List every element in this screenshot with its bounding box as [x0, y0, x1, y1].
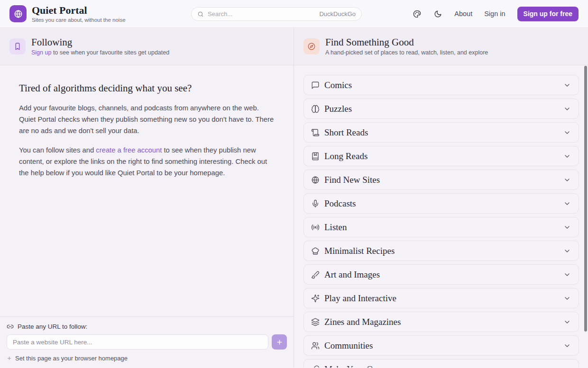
- palette-icon: [413, 9, 422, 18]
- chevron-down-icon: [563, 318, 571, 326]
- chevron-down-icon: [563, 271, 571, 278]
- bookmark-icon: [13, 42, 22, 51]
- plus-icon: [7, 356, 12, 361]
- paintbrush-icon: [311, 270, 320, 279]
- top-nav: About Sign in Sign up for free: [413, 7, 579, 21]
- category-make-your-own[interactable]: Make Your Own: [303, 359, 579, 368]
- category-play-and-interactive[interactable]: Play and Interactive: [303, 288, 579, 308]
- chevron-down-icon: [563, 200, 571, 207]
- chevron-down-icon: [563, 247, 571, 255]
- vertical-scrollbar[interactable]: [584, 66, 587, 332]
- category-minimalist-recipes[interactable]: Minimalist Recipes: [303, 241, 579, 261]
- app-identity: Quiet Portal Sites you care about, witho…: [32, 5, 126, 22]
- search-engine-label: DuckDuckGo: [319, 10, 356, 18]
- chevron-down-icon: [563, 105, 571, 113]
- chevron-down-icon: [563, 81, 571, 89]
- chevron-down-icon: [563, 153, 571, 160]
- app-logo[interactable]: [9, 5, 27, 22]
- following-title: Following: [31, 37, 169, 48]
- sign-up-button[interactable]: Sign up for free: [517, 7, 579, 21]
- following-icon-badge: [9, 38, 26, 54]
- create-account-link[interactable]: create a free account: [96, 146, 162, 154]
- category-long-reads[interactable]: Long Reads: [303, 146, 579, 166]
- intro-paragraph-2: You can follow sites and create a free a…: [19, 145, 276, 179]
- users-icon: [311, 341, 320, 350]
- app-title: Quiet Portal: [32, 5, 126, 16]
- sign-in-link[interactable]: Sign in: [484, 10, 505, 18]
- chevron-down-icon: [563, 224, 571, 231]
- feather-icon: [311, 365, 320, 368]
- chevron-down-icon: [563, 342, 571, 350]
- top-header: Quiet Portal Sites you care about, witho…: [0, 0, 588, 28]
- layers-icon: [311, 318, 320, 326]
- plus-icon: [276, 339, 283, 346]
- following-panel-header: Following Sign up to see when your favou…: [0, 28, 294, 65]
- main-content: Tired of algorithms deciding what you se…: [0, 65, 588, 368]
- globe-icon: [14, 9, 23, 18]
- explore-panel-header: Find Something Good A hand-picked set of…: [294, 28, 588, 65]
- chevron-down-icon: [563, 129, 571, 136]
- following-panel-body: Tired of algorithms deciding what you se…: [0, 65, 294, 368]
- category-find-new-sites[interactable]: Find New Sites: [303, 170, 579, 190]
- category-comics[interactable]: Comics: [303, 75, 579, 95]
- dark-mode-button[interactable]: [433, 9, 442, 18]
- paste-url-section: Paste any URL to follow: Set this page a…: [0, 316, 294, 368]
- category-listen[interactable]: Listen: [303, 217, 579, 237]
- moon-icon: [433, 9, 442, 18]
- category-art-and-images[interactable]: Art and Images: [303, 264, 579, 285]
- chevron-down-icon: [563, 366, 571, 368]
- microphone-icon: [311, 199, 320, 208]
- chevron-down-icon: [563, 176, 571, 184]
- explore-subtitle: A hand-picked set of places to read, wat…: [325, 49, 488, 56]
- brain-icon: [311, 105, 320, 113]
- url-input[interactable]: [7, 334, 268, 350]
- category-zines-and-magazines[interactable]: Zines and Magazines: [303, 312, 579, 332]
- sign-up-inline-link[interactable]: Sign up: [31, 49, 51, 56]
- about-link[interactable]: About: [454, 10, 472, 18]
- chef-hat-icon: [311, 247, 320, 255]
- chevron-down-icon: [563, 295, 571, 302]
- radio-icon: [311, 223, 320, 232]
- category-podcasts[interactable]: Podcasts: [303, 193, 579, 214]
- book-icon: [311, 152, 320, 161]
- explore-icon-badge: [303, 38, 320, 54]
- compass-icon: [307, 42, 316, 51]
- paste-url-label: Paste any URL to follow:: [18, 323, 87, 330]
- panel-headers: Following Sign up to see when your favou…: [0, 28, 588, 65]
- category-puzzles[interactable]: Puzzles: [303, 99, 579, 119]
- following-subtitle: Sign up to see when your favourite sites…: [31, 49, 169, 56]
- theme-palette-button[interactable]: [413, 9, 422, 18]
- intro-heading: Tired of algorithms deciding what you se…: [19, 82, 276, 94]
- search-bar[interactable]: DuckDuckGo: [191, 7, 362, 21]
- globe-icon: [311, 176, 320, 184]
- category-communities[interactable]: Communities: [303, 335, 579, 356]
- set-homepage-button[interactable]: Set this page as your browser homepage: [7, 355, 128, 362]
- app-subtitle: Sites you care about, without the noise: [32, 17, 126, 23]
- explore-title: Find Something Good: [325, 37, 488, 48]
- link-icon: [7, 323, 14, 330]
- search-icon: [197, 11, 204, 18]
- scroll-icon: [311, 128, 320, 137]
- sparkles-icon: [311, 294, 320, 303]
- category-short-reads[interactable]: Short Reads: [303, 122, 579, 143]
- explore-list: Comics Puzzles Short Reads Long Reads Fi…: [294, 65, 588, 368]
- add-url-button[interactable]: [272, 334, 287, 350]
- intro-paragraph-1: Add your favourite blogs, channels, and …: [19, 103, 276, 137]
- search-input[interactable]: [208, 10, 315, 18]
- speech-bubble-icon: [311, 81, 320, 90]
